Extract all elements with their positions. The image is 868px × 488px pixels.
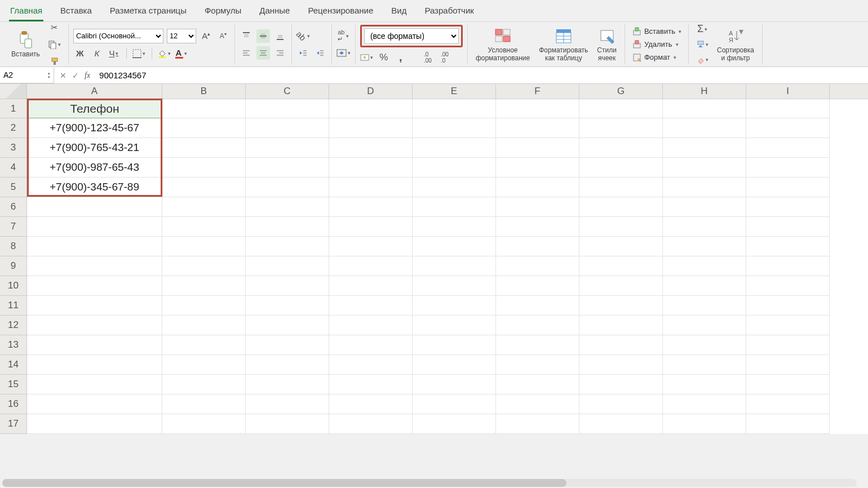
cell-I3[interactable] [746,138,830,158]
col-header-I[interactable]: I [746,84,830,99]
cell-B14[interactable] [162,355,246,375]
cell-G14[interactable] [579,355,663,375]
cell-G17[interactable] [579,414,663,434]
cell-B2[interactable] [162,118,246,138]
row-header-7[interactable]: 7 [0,217,27,237]
copy-button[interactable]: ▾ [48,38,61,51]
row-header-14[interactable]: 14 [0,355,27,375]
cell-G1[interactable] [579,99,663,118]
cell-G6[interactable] [579,197,663,217]
cell-B16[interactable] [162,394,246,414]
row-header-15[interactable]: 15 [0,375,27,394]
cell-G10[interactable] [579,276,663,296]
row-header-3[interactable]: 3 [0,138,27,158]
cell-F2[interactable] [496,118,579,138]
cell-styles-button[interactable]: Стили ячеек [594,25,620,63]
cell-A13[interactable] [27,335,162,355]
italic-button[interactable]: К [90,47,104,60]
cell-G13[interactable] [579,335,663,355]
cell-B8[interactable] [162,237,246,256]
cell-E4[interactable] [413,158,496,178]
cell-C12[interactable] [246,316,329,335]
cell-H8[interactable] [663,237,746,256]
cell-E12[interactable] [413,316,496,335]
cell-B13[interactable] [162,335,246,355]
cell-H1[interactable] [663,99,746,118]
cell-D9[interactable] [329,256,413,276]
cell-A7[interactable] [27,217,162,237]
cell-F7[interactable] [496,217,579,237]
cell-A15[interactable] [27,375,162,394]
tab-review[interactable]: Рецензирование [307,2,374,21]
comma-button[interactable]: , [394,51,408,64]
cell-D7[interactable] [329,217,413,237]
cell-A12[interactable] [27,316,162,335]
underline-button[interactable]: Ч▾ [107,47,121,60]
row-header-11[interactable]: 11 [0,296,27,316]
increase-indent-button[interactable] [313,46,327,60]
cell-F13[interactable] [496,335,579,355]
font-color-button[interactable]: А▾ [175,47,188,60]
cell-A2[interactable]: +7(900)-123-45-67 [27,118,162,138]
cell-F14[interactable] [496,355,579,375]
cell-D3[interactable] [329,138,413,158]
cell-E17[interactable] [413,414,496,434]
cell-D13[interactable] [329,335,413,355]
cell-F3[interactable] [496,138,579,158]
cell-B5[interactable] [162,178,246,197]
cell-F12[interactable] [496,316,579,335]
cell-H17[interactable] [663,414,746,434]
cell-F9[interactable] [496,256,579,276]
enter-formula-icon[interactable]: ✓ [72,71,79,80]
cell-I4[interactable] [746,158,830,178]
percent-button[interactable]: % [377,51,391,64]
format-as-table-button[interactable]: Форматировать как таблицу [535,25,591,63]
tab-home[interactable]: Главная [9,2,43,21]
cell-I11[interactable] [746,296,830,316]
col-header-E[interactable]: E [413,84,496,99]
format-cells-button[interactable]: Формат▾ [630,52,684,63]
cell-C9[interactable] [246,256,329,276]
number-format-select[interactable]: (все форматы) [364,28,459,44]
cell-H12[interactable] [663,316,746,335]
cell-E8[interactable] [413,237,496,256]
row-header-4[interactable]: 4 [0,158,27,178]
align-left-button[interactable] [240,46,253,60]
col-header-A[interactable]: A [27,84,162,99]
cell-I6[interactable] [746,197,830,217]
cell-C7[interactable] [246,217,329,237]
cell-C13[interactable] [246,335,329,355]
conditional-formatting-button[interactable]: Условное форматирование [472,25,533,63]
horizontal-scrollbar[interactable] [2,479,857,487]
cell-D8[interactable] [329,237,413,256]
cell-I10[interactable] [746,276,830,296]
cell-I14[interactable] [746,355,830,375]
cell-D4[interactable] [329,158,413,178]
cell-I12[interactable] [746,316,830,335]
cell-C8[interactable] [246,237,329,256]
cell-E7[interactable] [413,217,496,237]
autosum-button[interactable]: Σ▾ [696,23,709,36]
decrease-decimal-button[interactable]: .00.0 [438,51,451,64]
cell-H4[interactable] [663,158,746,178]
cell-F15[interactable] [496,375,579,394]
wrap-text-button[interactable]: ab↵▾ [336,29,350,43]
bold-button[interactable]: Ж [73,47,87,60]
cell-A8[interactable] [27,237,162,256]
cell-H11[interactable] [663,296,746,316]
col-header-B[interactable]: B [162,84,246,99]
row-header-9[interactable]: 9 [0,256,27,276]
cell-A3[interactable]: +7(900)-765-43-21 [27,138,162,158]
cell-G4[interactable] [579,158,663,178]
cell-H9[interactable] [663,256,746,276]
cell-D12[interactable] [329,316,413,335]
cell-E2[interactable] [413,118,496,138]
tab-page-layout[interactable]: Разметка страницы [109,2,188,21]
cell-B17[interactable] [162,414,246,434]
cell-E5[interactable] [413,178,496,197]
cell-A17[interactable] [27,414,162,434]
cell-E13[interactable] [413,335,496,355]
cell-D10[interactable] [329,276,413,296]
tab-insert[interactable]: Вставка [59,2,93,21]
cell-D1[interactable] [329,99,413,118]
